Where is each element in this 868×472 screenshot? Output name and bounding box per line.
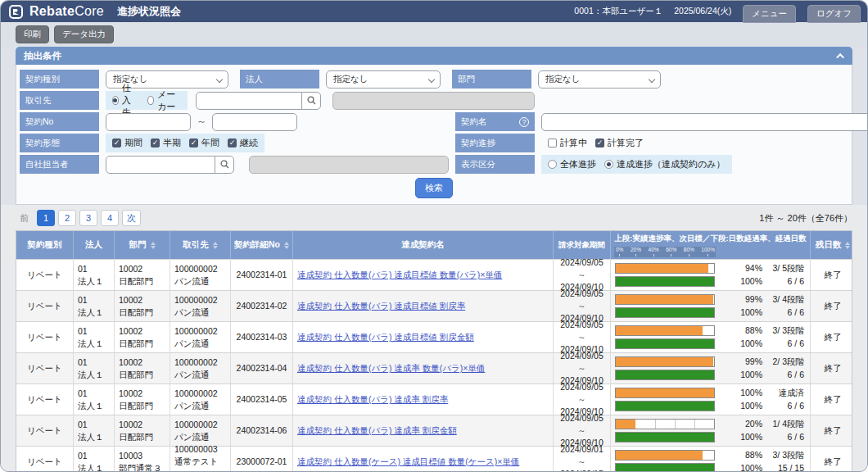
col-header-achievement-name: 達成契約名 — [293, 231, 554, 259]
logoff-button[interactable]: ログオフ — [807, 5, 861, 23]
corporation-select[interactable]: 指定なし — [326, 70, 441, 88]
cell-remaining-days: 終了 — [811, 322, 855, 352]
progress-percent: 100% — [715, 400, 762, 412]
progress-stage: 6 / 6 — [762, 400, 806, 412]
contract-name-input[interactable] — [541, 113, 868, 131]
check-mark[interactable] — [548, 138, 557, 148]
check-mark[interactable]: ✓ — [151, 138, 160, 148]
pagination-page-3[interactable]: 3 — [79, 210, 97, 226]
collapse-chevron-icon[interactable] — [836, 52, 844, 61]
data-export-button[interactable]: データ出力 — [54, 25, 114, 43]
results-table: 契約種別 法人 部門 取引先 契約詳細No 達成契約名 請求対象期間 上段:実績… — [16, 230, 852, 472]
upper-progress-line: 20%1/ 4段階 — [615, 418, 806, 431]
contract-progress-check[interactable]: ✓計算完了 — [595, 137, 644, 149]
cell-remaining-days: 終了 — [811, 384, 855, 415]
cell-detail-no: 24002314-06 — [231, 415, 293, 446]
cell-billing-period-line: 2024/09/01～ — [558, 443, 606, 467]
sort-icon[interactable] — [845, 242, 850, 249]
radio-mark[interactable] — [147, 96, 154, 105]
cell-partner: 100000002パン流通 — [170, 322, 231, 352]
contract-form-option-label: 年間 — [201, 137, 219, 149]
cell-billing-period: 2024/09/05～2024/09/10 — [554, 353, 611, 384]
display-division-radio[interactable]: 全体進捗 — [548, 158, 596, 170]
pagination-page-1[interactable]: 1 — [37, 210, 55, 226]
achievement-name-link[interactable]: 達成契約 仕入数量(バラ) 達成目標値 割戻金額 — [297, 331, 549, 343]
check-mark[interactable]: ✓ — [189, 138, 198, 148]
achievement-name-link[interactable]: 達成契約 仕入数量(バラ) 達成率 割戻金額 — [297, 424, 549, 437]
contract-form-check[interactable]: ✓年間 — [189, 137, 219, 149]
check-mark[interactable]: ✓ — [228, 138, 237, 148]
col-header-progress: 上段:実績進捗率、次目標／下段:日数経過率、経過日数 0%20%40%60%80… — [611, 231, 811, 259]
department-select[interactable]: 指定なし — [538, 70, 661, 88]
contract-no-to-input[interactable] — [212, 113, 297, 131]
achievement-name-link[interactable]: 達成契約 仕入数量(バラ) 達成目標値 割戻率 — [297, 300, 549, 312]
achievement-name-link[interactable]: 達成契約 仕入数量(バラ) 達成率 数量(バラ)×単価 — [297, 362, 549, 374]
progress-percent: 99% — [715, 293, 762, 306]
contract-progress-label: 契約進捗 — [455, 134, 535, 152]
cell-progress: 99%2/ 3段階100%6 / 6 — [611, 353, 811, 384]
cell-department: 10002日配部門 — [115, 353, 170, 384]
cell-department: 10002日配部門 — [115, 322, 170, 352]
check-mark[interactable]: ✓ — [112, 138, 121, 148]
achievement-name-link[interactable]: 達成契約 仕入数量(バラ) 達成目標値 数量(バラ)×単価 — [297, 269, 549, 281]
radio-mark[interactable] — [604, 160, 613, 169]
cell-department-line: 10002 — [119, 356, 165, 369]
cell-partner-line: パン流通 — [174, 369, 226, 381]
progress-scale: 0%20%40%60%80%100% — [614, 247, 716, 257]
contract-no-label: 契約No — [20, 112, 99, 131]
cell-detail-no: 24002314-02 — [231, 291, 293, 321]
own-staff-search-button[interactable] — [215, 156, 234, 174]
pagination-page-2[interactable]: 2 — [58, 210, 76, 226]
cell-detail-no: 24002314-05 — [231, 384, 293, 415]
own-staff-code-input[interactable] — [106, 156, 215, 174]
table-header-row: 契約種別 法人 部門 取引先 契約詳細No 達成契約名 請求対象期間 上段:実績… — [16, 231, 852, 259]
progress-percent: 100% — [715, 369, 762, 381]
contract-form-option-label: 期間 — [124, 137, 142, 149]
check-mark[interactable]: ✓ — [595, 138, 604, 148]
search-button[interactable]: 検索 — [415, 178, 453, 198]
partner-code-input[interactable] — [196, 92, 302, 110]
pagination-next[interactable]: 次 — [122, 210, 141, 226]
contract-no-from-input[interactable] — [106, 113, 191, 131]
scale-tick — [708, 254, 708, 256]
contract-progress-option-label: 計算完了 — [608, 137, 644, 149]
contract-progress-option-label: 計算中 — [560, 137, 587, 149]
cell-remaining-days: 終了 — [811, 260, 855, 290]
progress-stage: 6 / 6 — [762, 431, 806, 443]
sort-icon[interactable] — [151, 242, 156, 249]
cell-detail-no: 24002314-03 — [231, 322, 293, 352]
contract-form-check[interactable]: ✓半期 — [151, 137, 181, 149]
sort-icon[interactable] — [213, 242, 218, 249]
radio-mark[interactable] — [548, 160, 557, 169]
app-window: RebateCore 進捗状況照会 0001：本部ユーザー１ 2025/06/2… — [0, 0, 868, 472]
progress-stage: 6 / 6 — [762, 275, 806, 288]
achievement-name-link[interactable]: 達成契約 仕入数量(バラ) 達成率 割戻率 — [297, 393, 549, 406]
cell-corporation: 01法人１ — [74, 291, 115, 321]
cell-partner: 100000002パン流通 — [170, 353, 231, 384]
pagination-page-4[interactable]: 4 — [101, 210, 119, 226]
display-division-option-label: 全体進捗 — [560, 158, 596, 170]
help-icon[interactable]: ? — [519, 117, 529, 127]
cell-progress: 94%3/ 5段階100%6 / 6 — [611, 260, 811, 290]
print-button[interactable]: 印刷 — [16, 25, 49, 43]
partner-radio[interactable]: メーカー — [147, 88, 181, 113]
contract-progress-check[interactable]: 計算中 — [548, 137, 587, 149]
progress-bar-fill — [616, 433, 714, 442]
cell-corporation-line: 01 — [78, 419, 110, 431]
cell-remaining-days: 終了 — [811, 415, 855, 446]
pagination-prev[interactable]: 前 — [16, 210, 34, 226]
achievement-name-link[interactable]: 達成契約 仕入数量(ケース) 達成目標値 数量(ケース)×単価 — [297, 456, 549, 468]
progress-bar — [615, 450, 715, 461]
cell-corporation: 01法人１ — [74, 260, 115, 290]
contract-form-check[interactable]: ✓期間 — [112, 137, 142, 149]
sort-icon[interactable] — [284, 242, 289, 249]
radio-mark[interactable] — [112, 96, 119, 105]
radio-dot — [113, 98, 117, 102]
display-division-radio[interactable]: 達成進捗（達成契約のみ） — [604, 158, 726, 170]
filter-panel-header[interactable]: 抽出条件 — [16, 47, 852, 65]
contract-form-check[interactable]: ✓継続 — [228, 137, 258, 149]
cell-partner-line: パン流通 — [174, 431, 226, 443]
partner-search-button[interactable] — [301, 92, 321, 110]
menu-button[interactable]: メニュー — [743, 5, 796, 23]
cell-progress: 88%3/ 3段階100%15 / 15 — [611, 447, 811, 472]
